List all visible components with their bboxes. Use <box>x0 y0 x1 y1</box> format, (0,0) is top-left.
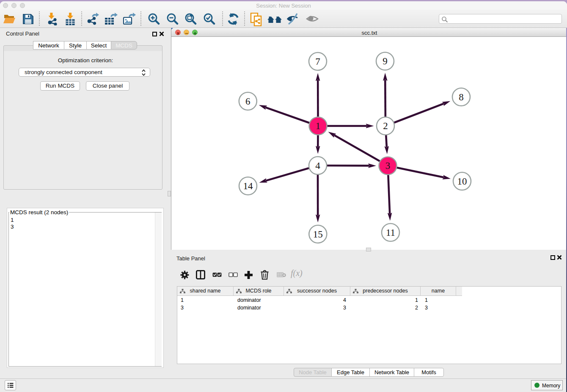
svg-text:2: 2 <box>383 121 388 131</box>
svg-text:14: 14 <box>243 181 253 191</box>
svg-text:3: 3 <box>385 160 391 171</box>
svg-text:15: 15 <box>313 229 323 240</box>
svg-text:1: 1 <box>316 121 321 131</box>
svg-text:10: 10 <box>457 176 467 187</box>
svg-text:9: 9 <box>383 56 388 66</box>
svg-text:8: 8 <box>459 92 464 102</box>
svg-text:6: 6 <box>245 96 250 107</box>
svg-text:7: 7 <box>315 56 320 67</box>
svg-text:4: 4 <box>315 160 320 171</box>
svg-text:11: 11 <box>386 227 395 238</box>
